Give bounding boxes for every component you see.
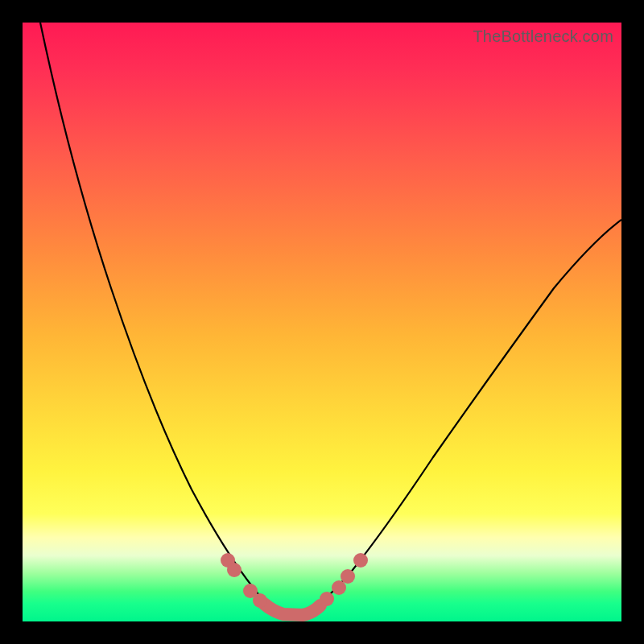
outer-frame: TheBottleneck.com bbox=[0, 0, 644, 644]
bead-dot bbox=[341, 569, 355, 584]
bead-dot bbox=[353, 553, 368, 568]
beads-valley bbox=[264, 604, 320, 615]
bead-dot bbox=[227, 563, 242, 577]
bead-dot bbox=[253, 593, 267, 608]
bead-dot bbox=[332, 580, 346, 595]
bottleneck-chart: TheBottleneck.com bbox=[23, 23, 621, 621]
curve-left bbox=[40, 23, 274, 610]
bead-dot bbox=[320, 592, 334, 606]
curve-right bbox=[311, 220, 621, 610]
chart-svg bbox=[23, 23, 621, 621]
